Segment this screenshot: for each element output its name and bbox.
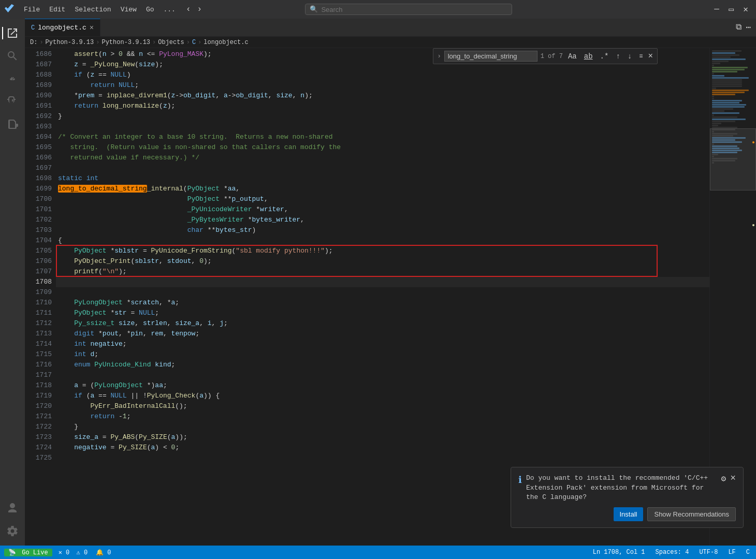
- line-num-1702: 1702: [25, 215, 52, 225]
- line-num-1717: 1717: [25, 370, 52, 380]
- status-errors[interactable]: ✕ 0 ⚠ 0: [56, 549, 90, 556]
- menu-file[interactable]: File: [20, 4, 44, 16]
- code-line-1688: if (z == NULL): [56, 70, 709, 80]
- tab-longobject[interactable]: C longobject.c ×: [25, 19, 100, 36]
- menu-more[interactable]: ...: [159, 4, 179, 16]
- breadcrumb-c-icon[interactable]: C: [192, 39, 196, 46]
- status-bar: 📡 Go Live ✕ 0 ⚠ 0 🔔 0 Ln 1708, Col 1 Spa…: [0, 546, 756, 559]
- find-regex-button[interactable]: .*: [598, 51, 611, 62]
- status-eol[interactable]: LF: [726, 549, 737, 556]
- breadcrumb-objects[interactable]: Objects: [158, 39, 184, 46]
- line-num-1716: 1716: [25, 360, 52, 370]
- line-numbers: 1686 1687 1688 1689 1690 1691 1692 1693 …: [25, 48, 56, 546]
- editor-area: C longobject.c × ⧉ ⋯ D: › Python-3.9.13 …: [25, 19, 756, 546]
- warning-count: 0: [84, 549, 88, 556]
- line-num-1718: 1718: [25, 380, 52, 391]
- line-num-1707: 1707: [25, 267, 52, 277]
- line-num-1724: 1724: [25, 443, 52, 453]
- breadcrumb-drive[interactable]: D:: [30, 39, 37, 46]
- breadcrumb: D: › Python-3.9.13 › Python-3.9.13 › Obj…: [25, 37, 756, 48]
- status-notifications[interactable]: 🔔 0: [94, 549, 113, 556]
- more-actions-button[interactable]: ⋯: [745, 21, 752, 34]
- find-close-button[interactable]: ×: [648, 52, 653, 61]
- search-input[interactable]: [321, 6, 507, 13]
- find-next-button[interactable]: ↓: [626, 51, 634, 62]
- status-spaces[interactable]: Spaces: 4: [653, 549, 691, 556]
- code-line-1724: negative = Py_SIZE(a) < 0;: [56, 443, 709, 453]
- minimize-button[interactable]: —: [710, 5, 723, 13]
- find-expand-icon[interactable]: ›: [438, 53, 441, 60]
- titlebar: File Edit Selection View Go ... ‹ › 🔍 — …: [0, 0, 756, 19]
- menu-view[interactable]: View: [117, 4, 141, 16]
- code-line-1712: Py_ssize_t size, strlen, size_a, i, j;: [56, 318, 709, 329]
- find-prev-button[interactable]: ↑: [614, 51, 622, 62]
- nav-forward-button[interactable]: ›: [195, 4, 205, 15]
- show-recommendations-button[interactable]: Show Recommendations: [647, 507, 736, 521]
- line-num-1719: 1719: [25, 391, 52, 401]
- code-line-1723: size_a = Py_ABS(Py_SIZE(a));: [56, 432, 709, 443]
- code-line-1705: PyObject *sblstr = PyUnicode_FromString(…: [56, 246, 709, 256]
- notification-count: 0: [107, 549, 111, 556]
- code-line-1710: PyLongObject *scratch, *a;: [56, 298, 709, 308]
- code-line-1714: int negative;: [56, 339, 709, 349]
- menu-edit[interactable]: Edit: [45, 4, 69, 16]
- breadcrumb-python2[interactable]: Python-3.9.13: [101, 39, 150, 46]
- code-line-1692: }: [56, 111, 709, 122]
- code-line-1721: return -1;: [56, 411, 709, 422]
- notification-gear-icon[interactable]: ⚙: [721, 474, 726, 484]
- find-widget: › 1 of 7 Aa ab .* ↑ ↓ ≡ ×: [433, 48, 658, 64]
- code-line-1722: }: [56, 422, 709, 432]
- code-line-1717: [56, 370, 709, 380]
- line-num-1686: 1686: [25, 49, 52, 60]
- line-num-1699: 1699: [25, 184, 52, 194]
- find-whole-word-button[interactable]: ab: [582, 51, 595, 62]
- code-line-1713: digit *pout, *pin, rem, tenpow;: [56, 329, 709, 339]
- split-editor-button[interactable]: ⧉: [735, 21, 743, 34]
- menu-bar: File Edit Selection View Go ...: [20, 4, 180, 16]
- menu-go[interactable]: Go: [142, 4, 158, 16]
- breadcrumb-filename[interactable]: longobject.c: [203, 39, 248, 46]
- nav-back-button[interactable]: ‹: [184, 4, 193, 15]
- code-line-1719: if (a == NULL || !PyLong_Check(a)) {: [56, 391, 709, 401]
- line-num-1697: 1697: [25, 163, 52, 173]
- search-icon: 🔍: [310, 5, 318, 13]
- menu-selection[interactable]: Selection: [70, 4, 115, 16]
- find-match-case-button[interactable]: Aa: [566, 51, 579, 62]
- code-line-1708: [56, 277, 709, 287]
- line-num-1720: 1720: [25, 401, 52, 411]
- line-num-1710: 1710: [25, 298, 52, 308]
- line-num-1691: 1691: [25, 101, 52, 111]
- activity-explorer[interactable]: [2, 23, 23, 43]
- close-button[interactable]: ✕: [739, 5, 752, 13]
- warning-icon: ⚠: [76, 549, 80, 556]
- install-button[interactable]: Install: [614, 507, 644, 521]
- find-input[interactable]: [444, 51, 537, 62]
- activity-source-control[interactable]: [2, 68, 23, 89]
- go-live-label: Go Live: [22, 549, 48, 556]
- code-line-1701: _PyUnicodeWriter *writer,: [56, 204, 709, 215]
- line-num-1689: 1689: [25, 80, 52, 91]
- status-go-live[interactable]: 📡 Go Live: [4, 549, 52, 556]
- activity-debug[interactable]: [2, 91, 23, 112]
- find-select-all-button[interactable]: ≡: [637, 52, 645, 61]
- maximize-button[interactable]: ▭: [725, 5, 737, 13]
- code-line-1703: char **bytes_str): [56, 225, 709, 236]
- code-line-1725: [56, 453, 709, 463]
- breadcrumb-python1[interactable]: Python-3.9.13: [46, 39, 94, 46]
- line-num-1715: 1715: [25, 349, 52, 360]
- line-num-1690: 1690: [25, 91, 52, 101]
- activity-extensions[interactable]: [2, 114, 23, 135]
- status-language[interactable]: C: [744, 549, 752, 556]
- code-line-1718: a = (PyLongObject *)aa;: [56, 380, 709, 391]
- notification-close-button[interactable]: ×: [730, 474, 736, 483]
- status-position[interactable]: Ln 1708, Col 1: [591, 549, 647, 556]
- search-bar[interactable]: 🔍: [305, 4, 512, 15]
- code-line-1720: PyErr_BadInternalCall();: [56, 401, 709, 411]
- activity-search[interactable]: [2, 46, 23, 66]
- code-line-1693: [56, 122, 709, 132]
- activity-settings[interactable]: [2, 521, 23, 541]
- status-encoding[interactable]: UTF-8: [697, 549, 720, 556]
- activity-account[interactable]: [2, 498, 23, 519]
- tab-close-button[interactable]: ×: [90, 24, 94, 32]
- line-num-1698: 1698: [25, 173, 52, 184]
